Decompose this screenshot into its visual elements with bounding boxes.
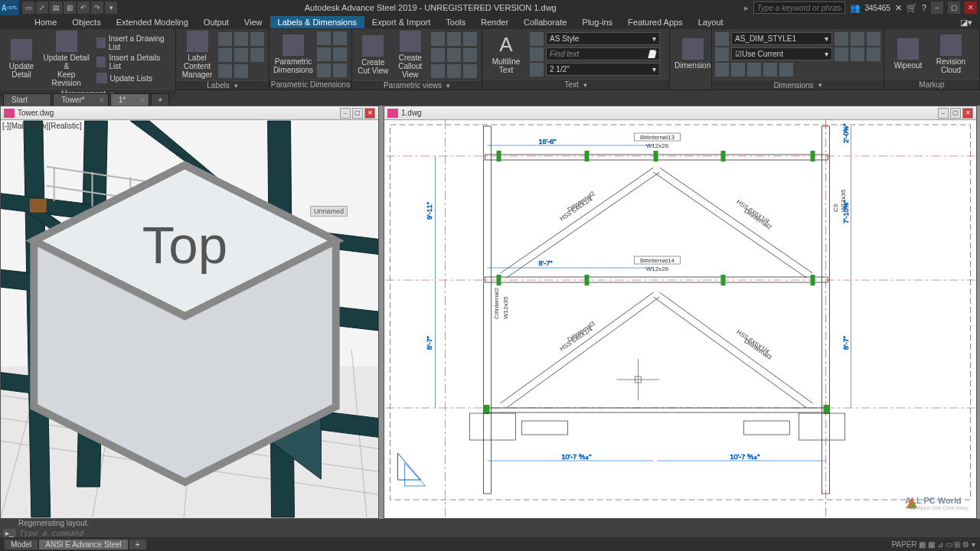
tab-objects[interactable]: Objects bbox=[64, 16, 108, 28]
label-tool-icon[interactable] bbox=[234, 32, 248, 46]
doctab-start[interactable]: Start bbox=[3, 93, 51, 106]
dim-tool-icon[interactable] bbox=[731, 63, 745, 77]
create-callout-view-button[interactable]: Create Callout View bbox=[394, 31, 427, 79]
dim-style-icon[interactable] bbox=[715, 32, 729, 46]
label-tool-icon[interactable] bbox=[218, 64, 232, 78]
close-icon[interactable]: ✕ bbox=[139, 96, 145, 104]
label-content-manager-button[interactable]: Label Content Manager bbox=[181, 31, 214, 79]
text-tool-icon[interactable] bbox=[530, 32, 544, 46]
update-detail-button[interactable]: Update Detail bbox=[5, 39, 38, 79]
pane-max-icon[interactable]: ▢ bbox=[950, 108, 961, 119]
parametric-dimensions-button[interactable]: Parametric Dimensions bbox=[274, 34, 312, 74]
update-keep-revision-button[interactable]: Update Detail & Keep Revision bbox=[43, 31, 90, 87]
view-tool-icon[interactable] bbox=[463, 32, 477, 46]
tab-ext-modeling[interactable]: Extended Modeling bbox=[109, 16, 196, 28]
dim-tool-icon[interactable] bbox=[333, 47, 347, 61]
pane-title-3d[interactable]: Tower.dwg – ▢ ✕ bbox=[1, 106, 378, 120]
tab-export-import[interactable]: Export & Import bbox=[364, 16, 438, 28]
tab-view[interactable]: View bbox=[237, 16, 270, 28]
minimize-button[interactable]: – bbox=[931, 2, 943, 14]
tab-home[interactable]: Home bbox=[27, 16, 64, 28]
qat-saveas-icon[interactable]: ▥ bbox=[64, 2, 76, 14]
label-tool-icon[interactable] bbox=[250, 48, 264, 62]
pane-close-icon[interactable]: ✕ bbox=[364, 108, 375, 119]
tab-featured-apps[interactable]: Featured Apps bbox=[620, 16, 691, 28]
keyword-search[interactable] bbox=[753, 2, 845, 14]
tab-render[interactable]: Render bbox=[473, 16, 516, 28]
dim-opt-icon[interactable] bbox=[867, 47, 880, 61]
dim-opt-icon[interactable] bbox=[851, 32, 864, 46]
tab-plugins[interactable]: Plug-ins bbox=[574, 16, 620, 28]
text-height-dropdown[interactable]: 2 1/2"▾ bbox=[546, 63, 660, 76]
use-current-icon[interactable] bbox=[715, 47, 729, 61]
label-tool-icon[interactable] bbox=[250, 32, 264, 46]
tab-collaborate[interactable]: Collaborate bbox=[516, 16, 574, 28]
dim-opt-icon[interactable] bbox=[835, 32, 848, 46]
view-tool-icon[interactable] bbox=[431, 64, 445, 78]
pane-close-icon[interactable]: ✕ bbox=[962, 108, 973, 119]
tab-tools[interactable]: Tools bbox=[438, 16, 473, 28]
doctab-tower[interactable]: Tower*✕ bbox=[53, 93, 109, 106]
dimension-button[interactable]: Dimension bbox=[675, 38, 710, 70]
dim-tool-icon[interactable] bbox=[747, 63, 761, 77]
find-text-input[interactable]: Find text📄 bbox=[546, 47, 660, 60]
dim-tool-icon[interactable] bbox=[763, 63, 777, 77]
text-height-icon[interactable] bbox=[530, 63, 544, 77]
tab-output[interactable]: Output bbox=[196, 16, 237, 28]
cmd-toggle-icon[interactable]: ▸_ bbox=[3, 529, 16, 537]
dim-opt-icon[interactable] bbox=[851, 47, 864, 61]
doctab-add[interactable]: + bbox=[151, 93, 169, 106]
dim-tool-icon[interactable] bbox=[317, 31, 331, 45]
status-paper[interactable]: PAPER ▦ ▦ ⊿ ▭ ⊞ ⚙ ▾ bbox=[891, 540, 975, 549]
find-icon[interactable] bbox=[530, 47, 544, 61]
pane-min-icon[interactable]: – bbox=[938, 108, 949, 119]
panel-dimensions[interactable]: Dimensions bbox=[712, 80, 884, 90]
qat-open-icon[interactable]: ⤢ bbox=[36, 2, 48, 14]
panel-labels[interactable]: Labels bbox=[176, 80, 269, 90]
dim-opt-icon[interactable] bbox=[835, 47, 848, 61]
label-tool-icon[interactable] bbox=[218, 48, 232, 62]
tab-model[interactable]: Model bbox=[5, 540, 38, 549]
doctab-1[interactable]: 1*✕ bbox=[110, 93, 149, 106]
signin-icon[interactable]: 👥 bbox=[850, 3, 861, 13]
view-tool-icon[interactable] bbox=[463, 64, 477, 78]
label-tool-icon[interactable] bbox=[234, 48, 248, 62]
exchange-icon[interactable]: ✕ bbox=[895, 3, 902, 13]
view-tool-icon[interactable] bbox=[431, 48, 445, 62]
ribbon-collapse-icon[interactable]: ◪▾ bbox=[952, 16, 980, 29]
update-lists-button[interactable]: Update Lists bbox=[95, 72, 171, 84]
dim-style-dropdown[interactable]: AS_DIM_STYLE1▾ bbox=[731, 32, 832, 45]
view-tool-icon[interactable] bbox=[463, 48, 477, 62]
close-icon[interactable]: ✕ bbox=[99, 96, 105, 104]
view-tool-icon[interactable] bbox=[447, 48, 461, 62]
text-style-dropdown[interactable]: AS Style▾ bbox=[546, 32, 660, 45]
qat-save-icon[interactable]: ▤ bbox=[50, 2, 62, 14]
viewport-2d[interactable]: B#internal13 W12x26 B#internal14 W12x26 … bbox=[384, 120, 976, 518]
view-tool-icon[interactable] bbox=[447, 64, 461, 78]
label-tool-icon[interactable] bbox=[234, 64, 248, 78]
viewcube-menu[interactable]: Unnamed bbox=[310, 206, 348, 217]
dim-tool-icon[interactable] bbox=[317, 64, 331, 77]
dim-tool-icon[interactable] bbox=[333, 31, 347, 45]
qat-undo-icon[interactable]: ↶ bbox=[77, 2, 90, 14]
qat-more-icon[interactable]: ▾ bbox=[105, 2, 117, 14]
tab-labels-dimensions[interactable]: Labels & Dimensions bbox=[270, 16, 364, 28]
revision-cloud-button[interactable]: Revision Cloud bbox=[932, 34, 970, 74]
maximize-button[interactable]: ▢ bbox=[948, 2, 960, 14]
app-logo[interactable]: A·STL bbox=[0, 0, 19, 15]
dim-opt-icon[interactable] bbox=[867, 32, 880, 46]
tab-layout-ansi[interactable]: ANSI E Advance Steel bbox=[39, 540, 128, 549]
pane-min-icon[interactable]: – bbox=[340, 108, 351, 119]
pane-title-2d[interactable]: 1.dwg – ▢ ✕ bbox=[384, 106, 976, 120]
label-tool-icon[interactable] bbox=[218, 32, 232, 46]
use-current-dropdown[interactable]: ☑ Use Current▾ bbox=[731, 47, 832, 60]
help-icon[interactable]: ? bbox=[922, 3, 926, 12]
view-tool-icon[interactable] bbox=[431, 32, 445, 46]
tab-add-layout[interactable]: + bbox=[129, 540, 146, 549]
insert-drawing-list-button[interactable]: Insert a Drawing List bbox=[95, 34, 171, 52]
pane-max-icon[interactable]: ▢ bbox=[352, 108, 363, 119]
viewcube[interactable]: Top bbox=[1, 125, 374, 518]
panel-text[interactable]: Text bbox=[482, 79, 669, 90]
qat-new-icon[interactable]: ▭ bbox=[22, 2, 34, 14]
dim-linear-icon[interactable] bbox=[715, 63, 729, 77]
